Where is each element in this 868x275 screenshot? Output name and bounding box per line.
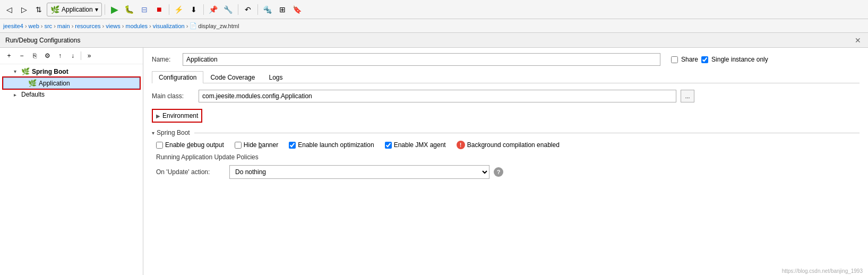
download-button[interactable]: ⬇ <box>187 3 201 16</box>
policies-section: Running Application Update Policies On '… <box>156 153 860 179</box>
separator-5 <box>257 4 258 15</box>
attach-debugger-button[interactable]: ⚡ <box>172 3 186 16</box>
application-tree-node[interactable]: 🌿 Application <box>3 78 140 89</box>
spring-run-icon: 🌿 <box>50 5 59 14</box>
enable-debug-label: Enable debug output <box>165 141 224 149</box>
name-label: Name: <box>152 56 178 63</box>
defaults-tree-node[interactable]: ▸ Defaults <box>0 90 143 99</box>
undo-button[interactable]: ↶ <box>241 3 255 16</box>
enable-debug-item: Enable debug output <box>156 141 224 149</box>
html-file-icon: 📄 <box>190 22 197 29</box>
breadcrumb-main[interactable]: main <box>57 23 70 29</box>
config-settings-button[interactable]: ⚙ <box>41 50 53 62</box>
move-up-button[interactable]: ↑ <box>54 50 66 62</box>
enable-launch-label: Enable launch optimization <box>298 141 374 149</box>
main-class-label: Main class: <box>152 92 194 100</box>
tab-logs[interactable]: Logs <box>262 71 289 83</box>
close-button[interactable]: ✕ <box>853 36 863 45</box>
breadcrumb-jeesite4[interactable]: jeesite4 <box>3 23 23 29</box>
spring-boot-section: ▾ Spring Boot Enable debug output Hide b… <box>152 129 860 179</box>
name-row: Name: Share Single instance only <box>152 53 860 66</box>
debug-button[interactable]: 🐛 <box>123 3 136 16</box>
enable-jmx-checkbox[interactable] <box>385 142 392 149</box>
spring-boot-section-header: ▾ Spring Boot <box>152 129 860 136</box>
sort-button[interactable]: ⇅ <box>32 3 46 16</box>
update-action-label: On 'Update' action: <box>156 168 225 176</box>
config-tree: ▾ 🌿 Spring Boot 🌿 Application ▸ Defaults <box>0 64 143 99</box>
separator-1 <box>105 4 105 15</box>
spring-boot-label: Spring Boot <box>32 68 68 75</box>
main-class-browse-button[interactable]: ... <box>681 90 694 102</box>
spring-boot-divider <box>194 133 860 133</box>
chevron-down-icon: ▾ <box>95 6 98 13</box>
watermark: https://blog.csdn.net/banjing_1993 <box>782 268 863 274</box>
update-action-select[interactable]: Do nothing Update classes and resources … <box>229 165 489 179</box>
hide-banner-checkbox[interactable] <box>235 142 242 149</box>
enable-jmx-item: Enable JMX agent <box>385 141 446 149</box>
back-button[interactable]: ◁ <box>2 3 16 16</box>
left-toolbar-separator <box>81 51 81 60</box>
main-class-input[interactable] <box>199 90 676 102</box>
forward-button[interactable]: ▷ <box>17 3 31 16</box>
spring-boot-section-label: Spring Boot <box>157 129 190 136</box>
dialog-title-text: Run/Debug Configurations <box>5 37 80 44</box>
policies-title: Running Application Update Policies <box>156 153 860 161</box>
copy-config-button[interactable]: ⎘ <box>29 50 40 62</box>
hide-banner-item: Hide banner <box>235 141 278 149</box>
breadcrumb-file: 📄 display_zw.html <box>190 22 239 29</box>
breadcrumb-web[interactable]: web <box>29 23 39 29</box>
environment-label: Environment <box>162 112 198 119</box>
tab-configuration[interactable]: Configuration <box>152 71 203 83</box>
breadcrumb-src[interactable]: src <box>44 23 52 29</box>
name-input[interactable] <box>183 53 660 66</box>
add-config-button[interactable]: + <box>3 50 15 62</box>
share-checkbox[interactable] <box>671 56 678 63</box>
background-compilation-item: ! Background compilation enabled <box>457 141 560 149</box>
run-config-dropdown[interactable]: 🌿 Application ▾ <box>47 3 102 16</box>
dialog-title-bar: Run/Debug Configurations ✕ <box>0 33 868 48</box>
breadcrumb-resources[interactable]: resources <box>75 23 100 29</box>
breadcrumb-visualization[interactable]: visualization <box>153 23 185 29</box>
separator-4 <box>238 4 238 15</box>
run-with-coverage-button[interactable]: ⊟ <box>137 3 151 16</box>
application-selected-container: 🌿 Application <box>2 76 141 90</box>
single-instance-label: Single instance only <box>711 56 768 63</box>
run-config-label: Application <box>62 6 93 13</box>
single-instance-checkbox[interactable] <box>701 56 708 63</box>
grid-button[interactable]: ⊞ <box>276 3 289 16</box>
breadcrumb-views[interactable]: views <box>106 23 121 29</box>
application-label: Application <box>39 80 70 87</box>
spring-boot-expand-icon: ▾ <box>14 68 19 74</box>
bookmark-button[interactable]: 🔖 <box>290 3 304 16</box>
defaults-label: Defaults <box>21 91 45 98</box>
defaults-expand-icon: ▸ <box>14 92 19 98</box>
separator-2 <box>169 4 169 15</box>
stop-button[interactable]: ■ <box>152 3 166 16</box>
expand-button[interactable]: » <box>83 50 95 62</box>
breadcrumb-modules[interactable]: modules <box>125 23 148 29</box>
spring-boot-section-arrow: ▾ <box>152 130 154 136</box>
play-button[interactable]: ▶ <box>108 3 122 16</box>
environment-arrow-icon: ▶ <box>156 113 160 119</box>
wrench-button[interactable]: 🔩 <box>261 3 274 16</box>
enable-debug-checkbox[interactable] <box>156 142 163 149</box>
hide-banner-label: Hide banner <box>244 141 278 149</box>
spring-boot-icon: 🌿 <box>21 67 30 75</box>
environment-section-header[interactable]: ▶ Environment <box>152 109 202 123</box>
background-compilation-label: Background compilation enabled <box>467 141 560 149</box>
separator-3 <box>203 4 204 15</box>
application-run-icon: 🌿 <box>28 79 37 87</box>
move-down-button[interactable]: ↓ <box>67 50 79 62</box>
dialog-body: + − ⎘ ⚙ ↑ ↓ » ▾ 🌿 Spring Boot 🌿 Ap <box>0 48 868 275</box>
pin-button[interactable]: 📌 <box>207 3 220 16</box>
settings-button[interactable]: 🔧 <box>221 3 235 16</box>
enable-launch-item: Enable launch optimization <box>289 141 374 149</box>
update-action-row: On 'Update' action: Do nothing Update cl… <box>156 165 860 179</box>
help-icon[interactable]: ? <box>494 167 503 177</box>
spring-boot-tree-node[interactable]: ▾ 🌿 Spring Boot <box>0 66 143 76</box>
right-panel: Name: Share Single instance only Configu… <box>143 48 868 275</box>
enable-launch-checkbox[interactable] <box>289 142 296 149</box>
remove-config-button[interactable]: − <box>16 50 28 62</box>
tab-code-coverage[interactable]: Code Coverage <box>203 71 262 83</box>
share-row: Share Single instance only <box>671 56 768 63</box>
